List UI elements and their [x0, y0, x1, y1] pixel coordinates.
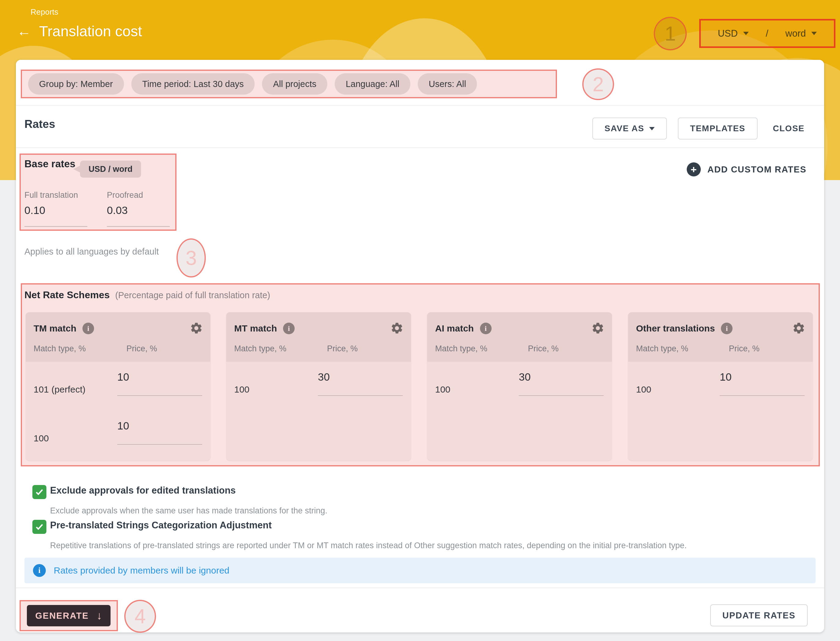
match-type-value: 100: [636, 384, 651, 395]
scheme-title: TM match: [34, 323, 76, 333]
scheme-title: Other translations: [636, 323, 715, 333]
divider: [16, 588, 824, 588]
chevron-down-icon: [743, 32, 749, 35]
match-type-value: 101 (perfect): [34, 384, 85, 395]
unit-value: word: [785, 28, 806, 39]
scheme-card-tm-match: TM match i Match type, % Price, % 101 (p…: [26, 312, 210, 461]
base-rates-note: Applies to all languages by default: [24, 246, 159, 257]
column-price: Price, %: [729, 344, 760, 353]
column-match-type: Match type, %: [234, 344, 286, 353]
column-match-type: Match type, %: [435, 344, 487, 353]
base-rates-title: Base rates: [24, 158, 76, 170]
column-price: Price, %: [528, 344, 559, 353]
back-arrow-icon[interactable]: ←: [17, 22, 31, 40]
unit-dropdown[interactable]: word: [785, 28, 817, 39]
proofread-label: Proofread: [107, 190, 170, 200]
option-description: Repetitive translations of pre-translate…: [50, 541, 687, 550]
templates-label: TEMPLATES: [690, 124, 745, 134]
column-price: Price, %: [126, 344, 157, 353]
full-translation-input[interactable]: 0.10: [24, 204, 87, 227]
gear-icon[interactable]: [190, 321, 203, 335]
match-type-value: 100: [234, 384, 250, 395]
page-title-row: ← Translation cost: [17, 22, 142, 40]
info-icon[interactable]: i: [480, 323, 492, 334]
scheme-card-header: [226, 312, 411, 362]
page-title: Translation cost: [39, 23, 142, 40]
proofread-field: Proofread 0.03: [107, 190, 170, 227]
proofread-input[interactable]: 0.03: [107, 204, 170, 227]
scheme-card-other-translations: Other translations i Match type, % Price…: [628, 312, 813, 461]
checkbox-exclude-approvals[interactable]: [32, 485, 47, 499]
download-arrow-icon: ↓: [97, 609, 102, 622]
full-translation-label: Full translation: [24, 190, 87, 200]
rates-actions: SAVE AS TEMPLATES CLOSE: [592, 118, 809, 140]
scheme-card-header: [427, 312, 612, 362]
info-icon[interactable]: i: [283, 323, 295, 334]
close-button[interactable]: CLOSE: [769, 124, 809, 134]
price-input[interactable]: 10: [117, 371, 202, 396]
info-banner: i Rates provided by members will be igno…: [24, 558, 816, 583]
gear-icon[interactable]: [792, 321, 806, 335]
save-as-button[interactable]: SAVE AS: [592, 118, 667, 140]
generate-label: GENERATE: [35, 611, 89, 621]
templates-button[interactable]: TEMPLATES: [678, 118, 758, 140]
match-type-value: 100: [435, 384, 450, 395]
chip-time-period[interactable]: Time period: Last 30 days: [131, 73, 255, 95]
info-icon: i: [33, 564, 46, 577]
price-input[interactable]: 10: [117, 420, 202, 445]
chip-users[interactable]: Users: All: [418, 73, 477, 95]
net-rate-schemes-heading: Net Rate Schemes (Percentage paid of ful…: [24, 289, 270, 301]
column-match-type: Match type, %: [636, 344, 688, 353]
scheme-title: MT match: [234, 323, 277, 333]
update-rates-button[interactable]: UPDATE RATES: [710, 604, 808, 627]
chevron-down-icon: [649, 127, 655, 130]
info-banner-text: Rates provided by members will be ignore…: [54, 565, 229, 576]
chip-group-by[interactable]: Group by: Member: [28, 73, 124, 95]
add-custom-rates-button[interactable]: + ADD CUSTOM RATES: [687, 163, 806, 176]
currency-unit-selector: USD / word: [699, 19, 835, 48]
breadcrumb[interactable]: Reports: [31, 7, 58, 17]
badge-pointer: [73, 166, 81, 173]
divider: [16, 147, 824, 148]
scheme-card-header: [628, 312, 813, 362]
net-rate-schemes-subtitle: (Percentage paid of full translation rat…: [115, 290, 270, 300]
scheme-card-mt-match: MT match i Match type, % Price, % 100 30: [226, 312, 411, 461]
annotation-step-3: 3: [176, 238, 206, 277]
scheme-title-row: Other translations i: [636, 323, 732, 334]
price-input[interactable]: 30: [519, 371, 604, 396]
annotation-step-4: 4: [124, 600, 156, 633]
net-rate-schemes-title: Net Rate Schemes: [24, 289, 110, 301]
annotation-step-1: 1: [654, 17, 687, 50]
generate-button[interactable]: GENERATE ↓: [27, 605, 111, 627]
price-input[interactable]: 10: [720, 371, 805, 396]
price-input[interactable]: 30: [318, 371, 403, 396]
checkbox-pretranslated-adjustment[interactable]: [32, 520, 47, 534]
info-icon[interactable]: i: [82, 323, 94, 334]
divider: [16, 105, 824, 106]
report-settings-card: Group by: Member Time period: Last 30 da…: [16, 60, 824, 633]
rates-section-title: Rates: [24, 118, 55, 130]
save-as-label: SAVE AS: [605, 124, 644, 134]
column-price: Price, %: [327, 344, 358, 353]
unit-separator: /: [766, 28, 769, 39]
filter-chips-row: Group by: Member Time period: Last 30 da…: [28, 73, 477, 95]
full-translation-field: Full translation 0.10: [24, 190, 87, 227]
scheme-card-header: [26, 312, 210, 362]
chip-projects[interactable]: All projects: [262, 73, 327, 95]
column-match-type: Match type, %: [34, 344, 86, 353]
currency-value: USD: [718, 28, 738, 39]
gear-icon[interactable]: [591, 321, 605, 335]
info-icon[interactable]: i: [721, 323, 732, 334]
scheme-title-row: AI match i: [435, 323, 492, 334]
gear-icon[interactable]: [390, 321, 404, 335]
plus-icon: +: [687, 163, 701, 176]
option-label: Exclude approvals for edited translation…: [50, 485, 236, 496]
scheme-card-ai-match: AI match i Match type, % Price, % 100 30: [427, 312, 612, 461]
update-rates-label: UPDATE RATES: [722, 610, 795, 620]
scheme-title-row: TM match i: [34, 323, 94, 334]
unit-badge: USD / word: [80, 161, 141, 178]
option-label: Pre-translated Strings Categorization Ad…: [50, 520, 272, 531]
currency-dropdown[interactable]: USD: [718, 28, 749, 39]
check-icon: [34, 522, 45, 532]
chip-language[interactable]: Language: All: [335, 73, 410, 95]
